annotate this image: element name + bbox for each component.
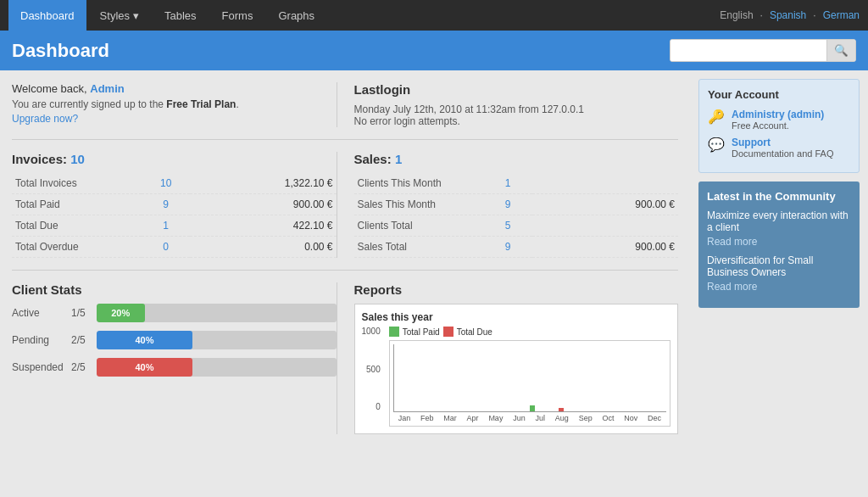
legend-due: Total Due (443, 327, 492, 337)
key-icon: 🔑 (708, 109, 725, 125)
chart-bars-area (393, 344, 666, 412)
header-bar: Dashboard 🔍 (0, 31, 868, 70)
admin-sub: Free Account. (732, 120, 824, 131)
progress-bar-outer: 20% (97, 304, 337, 322)
chart-title: Sales this year (362, 311, 671, 323)
chart-x-label: Mar (443, 414, 457, 422)
search-input[interactable] (670, 40, 826, 61)
chart-x-label: Sep (579, 414, 593, 422)
clientstats-label: Pending (12, 334, 71, 346)
reports-section: Reports Sales this year 1000 500 0 (354, 282, 679, 434)
chart-x-label: Apr (467, 414, 479, 422)
sales-label: Clients This Month (354, 173, 484, 194)
language-switcher: English · Spanish · German (720, 9, 860, 21)
main-content: Welcome back, Admin You are currently si… (0, 70, 868, 446)
invoice-link[interactable]: 9 (142, 194, 190, 215)
clientstats-ratio: 2/5 (71, 361, 97, 373)
welcome-username-link[interactable]: Admin (90, 82, 124, 95)
table-row: Total Paid 9 900.00 € (12, 194, 337, 215)
chart-container: Sales this year 1000 500 0 Total Paid (354, 304, 679, 434)
community-item-text: Maximize every interaction with a client (707, 209, 851, 233)
community-item: Diversification for Small Business Owner… (707, 254, 851, 293)
support-link[interactable]: Support (732, 137, 771, 148)
nav-tab-styles[interactable]: Styles ▾ (88, 0, 151, 31)
progress-bar-inner: 40% (97, 331, 192, 349)
invoice-link[interactable]: 0 (142, 237, 190, 258)
lastlogin-title: Lastlogin (354, 82, 679, 97)
nav-tab-graphs[interactable]: Graphs (266, 0, 326, 31)
table-row: Total Due 1 422.10 € (12, 215, 337, 237)
table-row: Sales Total 9 900.00 € (354, 237, 679, 258)
chart-x-label: Oct (602, 414, 614, 422)
invoices-table: Total Invoices 10 1,322.10 € Total Paid … (12, 173, 337, 258)
community-readmore-link[interactable]: Read more (707, 281, 757, 293)
progress-bar-outer: 40% (97, 358, 337, 377)
account-item-support: 💬 Support Documentation and FAQ (708, 136, 850, 159)
welcome-lastlogin-section: Welcome back, Admin You are currently si… (12, 82, 678, 127)
invoice-link[interactable]: 10 (142, 173, 190, 194)
lastlogin-line2: No error login attempts. (354, 115, 679, 127)
invoice-value: 422.10 € (190, 215, 336, 237)
language-german[interactable]: German (823, 9, 860, 21)
sales-table: Clients This Month 1 Sales This Month 9 … (354, 173, 679, 258)
chart-bar-group (530, 405, 552, 411)
welcome-section: Welcome back, Admin You are currently si… (12, 82, 337, 127)
sales-label: Sales This Month (354, 194, 484, 215)
community-item-text: Diversification for Small Business Owner… (707, 254, 851, 278)
reports-title: Reports (354, 282, 679, 297)
sales-title: Sales: 1 (354, 152, 679, 166)
language-spanish[interactable]: Spanish (770, 9, 806, 21)
nav-tab-forms[interactable]: Forms (210, 0, 265, 31)
sales-link[interactable]: 9 (484, 194, 532, 215)
clientstats-reports-section: Client Stats Active 1/5 20% Pending 2/5 … (12, 282, 678, 434)
nav-tab-tables[interactable]: Tables (153, 0, 209, 31)
clientstats-ratio: 1/5 (71, 307, 97, 319)
table-row: Clients This Month 1 (354, 173, 679, 194)
search-icon: 🔍 (834, 44, 849, 57)
nav-tabs: Dashboard Styles ▾ Tables Forms Graphs (8, 0, 326, 31)
invoice-label: Total Invoices (12, 173, 142, 194)
search-box: 🔍 (670, 39, 856, 62)
community-item: Maximize every interaction with a client… (707, 209, 851, 248)
clientstats-rows: Active 1/5 20% Pending 2/5 40% Suspended… (12, 304, 337, 377)
sales-title-link[interactable]: 1 (395, 152, 402, 166)
clientstats-title: Client Stats (12, 282, 337, 297)
invoice-value: 900.00 € (190, 194, 336, 215)
sales-label: Sales Total (354, 237, 484, 258)
search-button[interactable]: 🔍 (826, 40, 855, 61)
upgrade-link[interactable]: Upgrade now? (12, 113, 78, 125)
invoice-label: Total Due (12, 215, 142, 237)
invoices-title-link[interactable]: 10 (70, 152, 85, 166)
right-sidebar: Your Account 🔑 Administry (admin) Free A… (690, 70, 868, 446)
chart-x-label: May (488, 414, 503, 422)
sales-link[interactable]: 5 (484, 215, 532, 237)
chart-x-labels: JanFebMarAprMayJunJulAugSepOctNovDec (393, 414, 666, 422)
chart-x-label: Jun (513, 414, 526, 422)
bar-due (559, 408, 564, 411)
support-icon: 💬 (708, 137, 725, 153)
sales-link[interactable]: 1 (484, 173, 532, 194)
chart-main: Total Paid Total Due (389, 327, 670, 427)
table-row: Clients Total 5 (354, 215, 679, 237)
invoice-label: Total Paid (12, 194, 142, 215)
clientstats-row: Suspended 2/5 40% (12, 358, 337, 377)
nav-tab-dashboard[interactable]: Dashboard (8, 0, 86, 31)
account-box-title: Your Account (708, 88, 850, 101)
account-admin-text: Administry (admin) Free Account. (732, 108, 824, 131)
sales-value (532, 215, 678, 237)
invoices-sales-section: Invoices: 10 Total Invoices 10 1,322.10 … (12, 152, 678, 258)
progress-bar-outer: 40% (97, 331, 337, 349)
invoice-link[interactable]: 1 (142, 215, 190, 237)
language-english[interactable]: English (720, 9, 753, 21)
lastlogin-line1: Monday July 12th, 2010 at 11:32am from 1… (354, 103, 679, 115)
table-row: Total Invoices 10 1,322.10 € (12, 173, 337, 194)
clientstats-section: Client Stats Active 1/5 20% Pending 2/5 … (12, 282, 337, 434)
admin-link[interactable]: Administry (admin) (732, 109, 824, 120)
sales-label: Clients Total (354, 215, 484, 237)
invoices-section: Invoices: 10 Total Invoices 10 1,322.10 … (12, 152, 337, 258)
sales-link[interactable]: 9 (484, 237, 532, 258)
chart-x-label: Jul (536, 414, 546, 422)
community-readmore-link[interactable]: Read more (707, 236, 757, 248)
chart-x-label: Jan (398, 414, 411, 422)
clientstats-row: Pending 2/5 40% (12, 331, 337, 349)
